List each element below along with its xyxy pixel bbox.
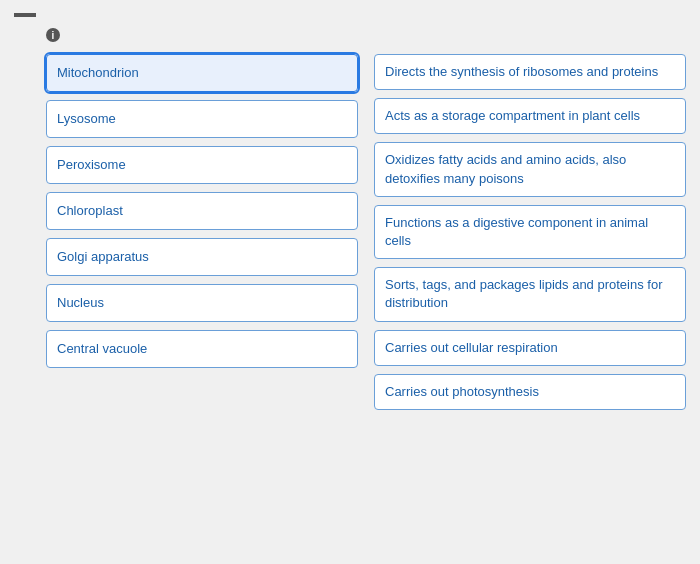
question-container: i MitochondrionLysosomePeroxisomeChlorop… bbox=[0, 0, 700, 422]
matching-columns: MitochondrionLysosomePeroxisomeChloropla… bbox=[46, 54, 686, 410]
left-item-nucleus[interactable]: Nucleus bbox=[46, 284, 358, 322]
left-item-peroxisome[interactable]: Peroxisome bbox=[46, 146, 358, 184]
info-icon: i bbox=[46, 28, 60, 42]
right-item-storage[interactable]: Acts as a storage compartment in plant c… bbox=[374, 98, 686, 134]
credit-note: i bbox=[46, 27, 686, 42]
left-item-chloroplast[interactable]: Chloroplast bbox=[46, 192, 358, 230]
question-header bbox=[14, 12, 686, 17]
left-column: MitochondrionLysosomePeroxisomeChloropla… bbox=[46, 54, 358, 410]
right-item-sorts-packages[interactable]: Sorts, tags, and packages lipids and pro… bbox=[374, 267, 686, 321]
left-item-golgi[interactable]: Golgi apparatus bbox=[46, 238, 358, 276]
right-item-oxidize[interactable]: Oxidizes fatty acids and amino acids, al… bbox=[374, 142, 686, 196]
right-column: Directs the synthesis of ribosomes and p… bbox=[374, 54, 686, 410]
question-number bbox=[14, 13, 36, 17]
right-item-cellular-resp[interactable]: Carries out cellular respiration bbox=[374, 330, 686, 366]
right-item-photosynthesis[interactable]: Carries out photosynthesis bbox=[374, 374, 686, 410]
left-item-lysosome[interactable]: Lysosome bbox=[46, 100, 358, 138]
left-item-mitochondrion[interactable]: Mitochondrion bbox=[46, 54, 358, 92]
left-item-central-vacuole[interactable]: Central vacuole bbox=[46, 330, 358, 368]
right-item-digestive[interactable]: Functions as a digestive component in an… bbox=[374, 205, 686, 259]
right-item-ribosome-synth[interactable]: Directs the synthesis of ribosomes and p… bbox=[374, 54, 686, 90]
